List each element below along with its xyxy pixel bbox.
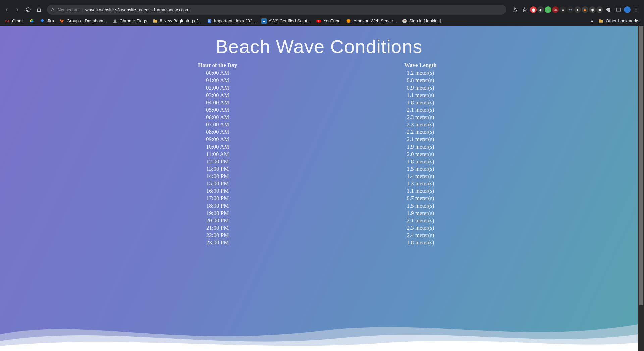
- folder-icon: [153, 18, 158, 24]
- wave-cell: 1.2 meter(s): [381, 69, 460, 77]
- wave-cell: 1.9 meter(s): [381, 210, 460, 217]
- bookmark-label: YouTube: [323, 18, 340, 23]
- hour-cell: 13:00 PM: [178, 165, 257, 173]
- extension-icon[interactable]: ⬣: [596, 6, 603, 13]
- table-row: 11:00 AM2.0 meter(s): [178, 151, 460, 158]
- scrollbar-thumb[interactable]: [639, 26, 643, 305]
- col-header-hour: Hour of the Day: [178, 62, 257, 69]
- svg-rect-7: [208, 21, 210, 21]
- panel-icon[interactable]: [614, 5, 623, 14]
- extension-icon[interactable]: ◉: [589, 6, 596, 13]
- table-row: 12:00 PM1.8 meter(s): [178, 158, 460, 165]
- wave-cell: 2.1 meter(s): [381, 217, 460, 224]
- extension-icon[interactable]: uO: [552, 6, 559, 13]
- wave-cell: 1.9 meter(s): [381, 143, 460, 151]
- bookmarks-bar: GmailJiraGroups · Dashboar...Chrome Flag…: [0, 16, 644, 26]
- hour-cell: 14:00 PM: [178, 173, 257, 180]
- share-icon[interactable]: [510, 5, 519, 14]
- bookmark-item[interactable]: AWS Certified Solut...: [261, 18, 311, 24]
- security-label: Not secure: [58, 7, 79, 12]
- table-row: 13:00 PM1.5 meter(s): [178, 165, 460, 173]
- extension-icon[interactable]: ◐: [537, 6, 544, 13]
- gmail-icon: [5, 18, 10, 24]
- bookmark-item[interactable]: YouTube: [316, 18, 340, 24]
- bookmark-label: Jira: [47, 18, 54, 23]
- extension-icon[interactable]: ●: [574, 6, 581, 13]
- extension-icon[interactable]: ◆: [582, 6, 588, 13]
- bookmark-label: Groups · Dashboar...: [67, 18, 107, 23]
- wave-cell: 1.8 meter(s): [381, 239, 460, 246]
- svg-point-3: [636, 11, 637, 12]
- wave-cell: 1.4 meter(s): [381, 173, 460, 180]
- page-content: Beach Wave Conditions Hour of the Day Wa…: [0, 26, 638, 351]
- reload-button[interactable]: [23, 5, 33, 14]
- bookmark-item[interactable]: Gmail: [5, 18, 23, 24]
- wave-cell: 2.2 meter(s): [381, 128, 460, 136]
- forward-button[interactable]: [13, 5, 22, 14]
- address-bar[interactable]: Not secure | waves-website.s3-website-us…: [47, 5, 506, 15]
- wave-decoration: [0, 311, 638, 351]
- wave-cell: 1.1 meter(s): [381, 92, 460, 99]
- wave-cell: 0.8 meter(s): [381, 77, 460, 84]
- hour-cell: 08:00 AM: [178, 128, 257, 136]
- bookmark-item[interactable]: Amazon Web Servic...: [346, 18, 396, 24]
- jenkins-icon: [402, 18, 407, 24]
- hour-cell: 07:00 AM: [178, 121, 257, 128]
- table-row: 23:00 PM1.8 meter(s): [178, 239, 460, 246]
- aws-icon: [261, 18, 267, 24]
- extensions-icon[interactable]: [604, 5, 613, 14]
- other-bookmarks[interactable]: Other bookmarks: [598, 18, 639, 24]
- hour-cell: 17:00 PM: [178, 195, 257, 202]
- bookmarks-overflow[interactable]: »: [591, 18, 593, 23]
- hour-cell: 03:00 AM: [178, 92, 257, 99]
- table-row: 21:00 PM2.3 meter(s): [178, 224, 460, 232]
- bookmark-item[interactable]: Groups · Dashboar...: [59, 18, 107, 24]
- bookmark-label: !! New Beginning of...: [160, 18, 202, 23]
- bookmark-item[interactable]: Important Links 202...: [207, 18, 256, 24]
- wave-cell: 2.1 meter(s): [381, 106, 460, 114]
- table-row: 06:00 AM2.3 meter(s): [178, 114, 460, 121]
- hour-cell: 11:00 AM: [178, 151, 257, 158]
- bookmark-item[interactable]: Chrome Flags: [112, 18, 147, 24]
- home-button[interactable]: [34, 5, 44, 14]
- svg-rect-0: [616, 8, 621, 11]
- extension-icon[interactable]: ≡: [559, 6, 566, 13]
- bookmark-label: Chrome Flags: [120, 18, 147, 23]
- hour-cell: 22:00 PM: [178, 232, 257, 239]
- bookmark-item[interactable]: [29, 18, 34, 24]
- table-row: 07:00 AM2.3 meter(s): [178, 121, 460, 128]
- bookmark-item[interactable]: Jira: [40, 18, 54, 24]
- back-button[interactable]: [2, 5, 11, 14]
- svg-rect-6: [208, 20, 210, 20]
- hour-cell: 20:00 PM: [178, 217, 257, 224]
- wave-cell: 2.1 meter(s): [381, 136, 460, 143]
- svg-point-1: [636, 8, 637, 9]
- hour-cell: 02:00 AM: [178, 84, 257, 92]
- extension-icon[interactable]: ⬤: [530, 6, 537, 13]
- gitlab-icon: [59, 18, 65, 24]
- hour-cell: 00:00 AM: [178, 69, 257, 77]
- hour-cell: 21:00 PM: [178, 224, 257, 232]
- scrollbar[interactable]: [638, 26, 644, 351]
- wave-cell: 2.3 meter(s): [381, 114, 460, 121]
- profile-avatar-icon[interactable]: 👤: [624, 6, 631, 13]
- table-row: 02:00 AM0.9 meter(s): [178, 84, 460, 92]
- youtube-icon: [316, 18, 321, 24]
- extension-icon[interactable]: 👓: [567, 6, 574, 13]
- col-header-wave: Wave Length: [381, 62, 460, 69]
- wave-cell: 1.1 meter(s): [381, 187, 460, 195]
- flask-icon: [112, 18, 118, 24]
- hour-cell: 19:00 PM: [178, 210, 257, 217]
- gdoc-icon: [207, 18, 212, 24]
- star-icon[interactable]: [520, 5, 529, 14]
- extension-icon[interactable]: ☰: [545, 6, 551, 13]
- bookmark-item[interactable]: !! New Beginning of...: [153, 18, 202, 24]
- awscon-icon: [346, 18, 351, 24]
- hour-cell: 05:00 AM: [178, 106, 257, 114]
- table-row: 03:00 AM1.1 meter(s): [178, 92, 460, 99]
- bookmark-label: AWS Certified Solut...: [269, 18, 311, 23]
- menu-icon[interactable]: [631, 5, 641, 14]
- table-row: 05:00 AM2.1 meter(s): [178, 106, 460, 114]
- bookmark-item[interactable]: Sign in [Jenkins]: [402, 18, 441, 24]
- wave-cell: 1.8 meter(s): [381, 158, 460, 165]
